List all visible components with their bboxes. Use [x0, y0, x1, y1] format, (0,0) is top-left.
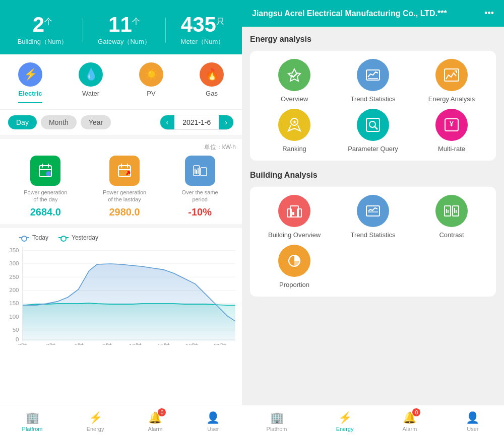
water-icon: 💧 — [79, 62, 103, 87]
next-date-btn[interactable]: › — [219, 115, 233, 129]
nav-alarm-right[interactable]: 🔔 0 Alarm — [393, 409, 427, 434]
alarm-count-right: 0 — [412, 408, 420, 416]
svg-rect-19 — [195, 169, 196, 174]
day-btn[interactable]: Day — [8, 115, 37, 129]
prev-date-btn[interactable]: ‹ — [160, 115, 175, 129]
period-card-value: -10% — [188, 206, 212, 218]
active-underline — [18, 102, 42, 103]
chart-area: Today Yesterday 350 300 250 200 150 100 … — [0, 228, 242, 405]
svg-text:15时: 15时 — [157, 342, 170, 345]
trend-stats-b-label: Trend Statistics — [350, 231, 395, 239]
menu-overview[interactable]: Overview — [258, 59, 331, 103]
nav-energy-left[interactable]: ⚡ Energy — [77, 409, 114, 434]
svg-rect-10 — [127, 164, 128, 168]
today-card: Power generationof the day 2684.0 — [24, 156, 67, 218]
yesterday-area — [23, 303, 235, 341]
nav-energy-right[interactable]: ⚡ Energy — [326, 409, 364, 434]
period-card-desc: Over the sameperiod — [182, 189, 218, 203]
multi-rate-label: Multi-rate — [438, 145, 465, 153]
contrast-icon — [435, 195, 468, 227]
tab-water[interactable]: 💧 Water — [73, 60, 109, 105]
menu-contrast[interactable]: Contrast — [415, 195, 488, 239]
svg-rect-4 — [41, 171, 44, 173]
trend-stats-b-icon — [357, 195, 389, 227]
alarm-badge-right: 🔔 0 — [403, 411, 416, 424]
pv-label: PV — [147, 90, 155, 97]
tab-electric[interactable]: ⚡ Electric — [12, 60, 48, 105]
svg-text:0: 0 — [16, 336, 19, 342]
svg-line-54 — [374, 126, 377, 129]
electric-icon: ⚡ — [18, 62, 42, 87]
param-query-label: Parameter Query — [348, 145, 398, 153]
gateway-number: 11个 — [98, 14, 151, 35]
svg-rect-68 — [456, 210, 457, 213]
gas-label: Gas — [206, 90, 218, 97]
svg-rect-20 — [196, 170, 197, 174]
right-bottom-nav: 🏢 Platfrom ⚡ Energy 🔔 0 Alarm 👤 User — [242, 405, 504, 436]
date-value: 2021-1-6 — [174, 115, 219, 129]
svg-rect-21 — [198, 168, 199, 174]
date-selector: Day Month Year ‹ 2021-1-6 › — [0, 110, 242, 135]
right-header: Jiangsu Acrel Electrical Manufacturing C… — [242, 0, 504, 27]
stat-divider-1 — [83, 18, 83, 43]
month-btn[interactable]: Month — [41, 115, 77, 129]
svg-text:350: 350 — [9, 247, 19, 253]
svg-rect-11 — [118, 169, 131, 170]
menu-trend-stats[interactable]: Trend Statistics — [337, 59, 409, 103]
nav-user-left[interactable]: 👤 User — [196, 409, 230, 434]
left-bottom-nav: 🏢 Platfrom ⚡ Energy 🔔 0 Alarm 👤 User — [0, 405, 242, 436]
svg-text:9时: 9时 — [102, 342, 111, 345]
multi-rate-icon: ¥ — [435, 109, 468, 141]
energy-icon-left: ⚡ — [89, 411, 102, 424]
svg-text:6时: 6时 — [74, 342, 83, 345]
meter-stat: 435只 Meter（Num） — [181, 14, 225, 46]
year-btn[interactable]: Year — [81, 115, 111, 129]
menu-param-query[interactable]: Parameter Query — [337, 109, 409, 153]
menu-energy-analysis[interactable]: Energy Analysis — [415, 59, 488, 103]
water-label: Water — [82, 90, 99, 97]
nav-platform-left[interactable]: 🏢 Platfrom — [12, 409, 53, 434]
menu-multi-rate[interactable]: ¥ Multi-rate — [415, 109, 488, 153]
building-analysis-grid: Building Overview Trend Statistics — [250, 187, 496, 297]
line-chart: 350 300 250 200 150 100 50 0 — [4, 244, 238, 345]
nav-alarm-left[interactable]: 🔔 0 Alarm — [138, 409, 173, 434]
nav-platform-right[interactable]: 🏢 Platfrom — [257, 409, 297, 434]
user-icon-left: 👤 — [206, 411, 220, 424]
alarm-count-left: 0 — [158, 408, 166, 416]
menu-building-overview[interactable]: Building Overview — [258, 195, 331, 239]
energy-analysis-grid: Overview Trend Statistics — [250, 51, 496, 161]
menu-proportion[interactable]: Proportion — [258, 245, 331, 288]
user-label-left: User — [207, 426, 219, 432]
today-legend-dot — [19, 237, 29, 238]
svg-rect-1 — [42, 164, 43, 168]
tab-gas[interactable]: 🔥 Gas — [194, 60, 230, 105]
trend-stats-label: Trend Statistics — [350, 95, 395, 103]
nav-user-right[interactable]: 👤 User — [456, 409, 489, 434]
svg-rect-67 — [454, 208, 455, 213]
svg-text:12时: 12时 — [129, 342, 142, 345]
tab-pv[interactable]: ☀️ PV — [133, 60, 169, 105]
lastday-card-icon — [109, 156, 140, 186]
yesterday-legend-dot — [58, 237, 69, 238]
more-icon[interactable]: ••• — [484, 8, 494, 19]
svg-rect-9 — [121, 164, 122, 168]
svg-rect-61 — [366, 206, 380, 216]
right-content: Energy analysis Overview — [242, 27, 504, 405]
ranking-icon: ★ — [278, 109, 310, 141]
overview-icon — [278, 59, 310, 91]
gas-icon: 🔥 — [200, 62, 224, 87]
chart-legend: Today Yesterday — [4, 234, 238, 241]
period-card-icon — [185, 156, 215, 186]
menu-ranking[interactable]: ★ Ranking — [258, 109, 331, 153]
gateway-label: Gateway（Num） — [98, 37, 151, 46]
energy-label-left: Energy — [87, 426, 104, 432]
platform-label-right: Platfrom — [267, 426, 287, 432]
cards-row: Power generationof the day 2684.0 — [6, 156, 236, 218]
svg-rect-3 — [39, 169, 51, 170]
svg-text:150: 150 — [9, 300, 19, 306]
building-analysis-title: Building Analysis — [250, 171, 496, 180]
lastday-card: Power generationof the lastday 2980.0 — [103, 156, 146, 218]
building-overview-label: Building Overview — [268, 231, 321, 239]
chart-container: 350 300 250 200 150 100 50 0 — [4, 244, 238, 335]
menu-trend-stats-b[interactable]: Trend Statistics — [337, 195, 409, 239]
